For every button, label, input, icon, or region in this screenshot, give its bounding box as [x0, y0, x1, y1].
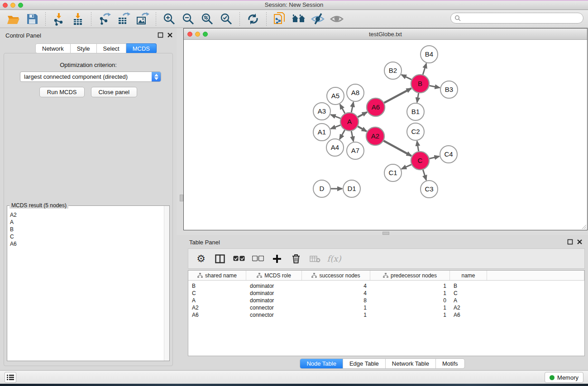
table-row[interactable]: Cdominator41C: [188, 290, 584, 297]
graph-edge-A-A5[interactable]: [340, 104, 345, 113]
table-cell[interactable]: 1: [302, 311, 370, 319]
table-cell[interactable]: 1: [370, 304, 450, 311]
search-input[interactable]: [463, 15, 583, 21]
show-eye-icon[interactable]: [329, 11, 344, 27]
table-cell[interactable]: 1: [370, 311, 450, 319]
zoom-out-icon[interactable]: [181, 11, 196, 27]
delete-column-trash-icon[interactable]: [290, 253, 302, 265]
task-history-button[interactable]: [5, 372, 16, 383]
graph-edge-A-A4[interactable]: [339, 130, 344, 139]
zoom-in-icon[interactable]: [162, 11, 177, 27]
table-settings-gear-icon[interactable]: ⚙: [195, 253, 207, 265]
graph-edge-A-A1[interactable]: [331, 125, 341, 129]
table-cell[interactable]: A2: [450, 304, 487, 311]
tab-style[interactable]: Style: [71, 43, 97, 53]
minimize-window-button[interactable]: [10, 3, 15, 8]
table-cell[interactable]: dominator: [246, 297, 302, 304]
delete-table-icon[interactable]: [309, 253, 321, 265]
table-cell[interactable]: C: [450, 290, 487, 297]
result-scrollbar[interactable]: [164, 206, 169, 361]
vertical-split-handle[interactable]: [180, 195, 183, 201]
column-header-successor-nodes[interactable]: successor nodes: [302, 271, 370, 280]
graph-edge-B-B1[interactable]: [417, 93, 418, 103]
resize-grip-icon[interactable]: [581, 224, 587, 229]
import-table-icon[interactable]: [70, 11, 86, 27]
close-panel-button[interactable]: Close panel: [91, 87, 138, 97]
search-field[interactable]: [450, 13, 583, 24]
graph-edge-A6-B[interactable]: [384, 88, 411, 103]
network-close-button[interactable]: [187, 32, 192, 37]
table-cell[interactable]: connector: [246, 311, 302, 319]
graph-edge-B-B2[interactable]: [402, 75, 411, 80]
float-panel-icon[interactable]: [158, 32, 163, 38]
mcds-result-item[interactable]: B: [10, 226, 164, 233]
hide-selected-eye-slash-icon[interactable]: [310, 11, 325, 27]
table-cell[interactable]: A2: [188, 304, 246, 311]
show-columns-icon[interactable]: [214, 253, 226, 265]
table-cell[interactable]: B: [450, 282, 487, 290]
memory-button[interactable]: Memory: [545, 372, 583, 383]
tab-node-table[interactable]: Node Table: [300, 359, 343, 368]
table-cell[interactable]: connector: [246, 304, 302, 311]
graph-edge-A-A8[interactable]: [351, 102, 354, 113]
tab-select[interactable]: Select: [97, 43, 126, 53]
graph-edge-B-B3[interactable]: [430, 86, 440, 88]
graph-edge-C-C3[interactable]: [423, 170, 426, 180]
column-header-shared-name[interactable]: shared name: [188, 271, 246, 280]
graph-edge-A-A3[interactable]: [331, 114, 341, 118]
tab-network[interactable]: Network: [35, 43, 71, 53]
horizontal-split-handle[interactable]: [382, 232, 389, 235]
graph-edge-A-A6[interactable]: [358, 112, 367, 117]
export-table-icon[interactable]: [116, 11, 131, 27]
graph-edge-A2-C[interactable]: [383, 141, 411, 156]
table-row[interactable]: Adominator80A: [188, 297, 584, 304]
deselect-all-columns-icon[interactable]: [252, 253, 264, 265]
tab-network-table[interactable]: Network Table: [385, 359, 435, 368]
table-cell[interactable]: 4: [302, 290, 370, 297]
add-column-icon[interactable]: [271, 253, 283, 265]
mcds-result-item[interactable]: C: [10, 233, 164, 240]
table-cell[interactable]: dominator: [246, 290, 302, 297]
column-header-name[interactable]: name: [450, 271, 487, 280]
table-cell[interactable]: A: [450, 297, 487, 304]
save-session-icon[interactable]: [24, 11, 40, 27]
zoom-selected-icon[interactable]: [219, 11, 234, 27]
tab-mcds[interactable]: MCDS: [126, 43, 157, 53]
table-cell[interactable]: 1: [370, 290, 450, 297]
function-builder-button[interactable]: f(x): [328, 253, 340, 265]
graph-edge-C-C4[interactable]: [429, 157, 439, 159]
graph-edge-A-A7[interactable]: [351, 131, 354, 142]
new-network-from-selection-icon[interactable]: [272, 11, 287, 27]
table-row[interactable]: A6connector11A6: [188, 311, 584, 319]
network-zoom-button[interactable]: [203, 32, 208, 37]
table-cell[interactable]: 0: [370, 297, 450, 304]
select-all-columns-icon[interactable]: [233, 253, 245, 265]
float-table-panel-icon[interactable]: [567, 239, 573, 245]
export-image-icon[interactable]: [135, 11, 150, 27]
zoom-window-button[interactable]: [18, 3, 23, 8]
houses-icon[interactable]: [291, 11, 306, 27]
table-cell[interactable]: 4: [302, 282, 370, 290]
close-table-panel-icon[interactable]: [577, 239, 583, 245]
table-cell[interactable]: C: [188, 290, 246, 297]
column-header-mcds-role[interactable]: MCDS role: [246, 271, 302, 280]
close-panel-icon[interactable]: [167, 32, 173, 38]
table-cell[interactable]: A6: [450, 311, 487, 319]
graph-edge-C-C2[interactable]: [417, 141, 419, 152]
close-window-button[interactable]: [3, 3, 8, 8]
table-cell[interactable]: 1: [302, 304, 370, 311]
table-row[interactable]: Bdominator41B: [188, 282, 584, 290]
criterion-select[interactable]: largest connected component (directed): [20, 71, 161, 82]
graph-edge-B-B4[interactable]: [423, 63, 426, 75]
tab-motifs[interactable]: Motifs: [435, 359, 464, 368]
table-cell[interactable]: A6: [188, 311, 246, 319]
graph-edge-A-A2[interactable]: [358, 126, 367, 131]
tab-edge-table[interactable]: Edge Table: [343, 359, 385, 368]
network-minimize-button[interactable]: [195, 32, 200, 37]
column-header-predecessor-nodes[interactable]: predecessor nodes: [370, 271, 450, 280]
table-cell[interactable]: B: [188, 282, 246, 290]
table-row[interactable]: A2connector11A2: [188, 304, 584, 311]
mcds-result-item[interactable]: A6: [10, 240, 164, 248]
table-cell[interactable]: dominator: [246, 282, 302, 290]
refresh-icon[interactable]: [245, 11, 261, 27]
